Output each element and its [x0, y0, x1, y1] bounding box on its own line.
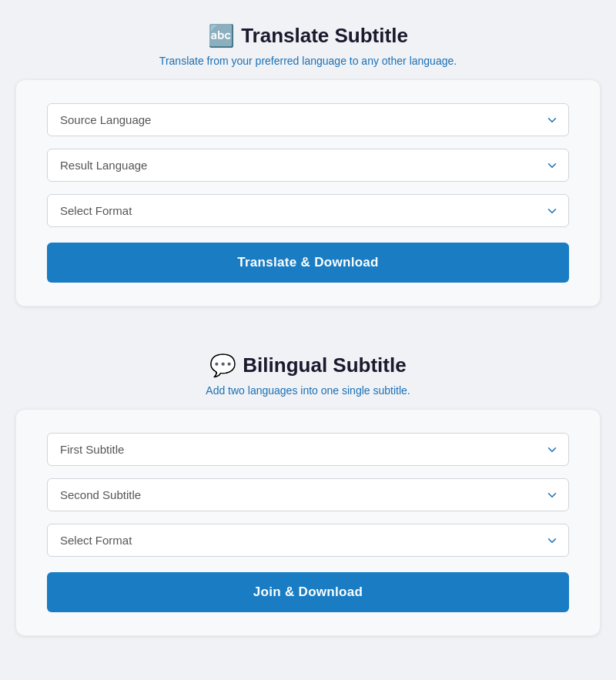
bilingual-format-wrapper: Select Format SRT VTT ASS SSA TXT: [47, 524, 569, 557]
join-download-button[interactable]: Join & Download: [47, 572, 569, 612]
bilingual-card: First Subtitle English Spanish French Ge…: [15, 409, 601, 636]
bilingual-subtitle-text: Add two languages into one single subtit…: [15, 384, 601, 397]
second-subtitle-select[interactable]: Second Subtitle English Spanish French G…: [47, 478, 569, 511]
page-container: 🔤 Translate Subtitle Translate from your…: [0, 0, 616, 680]
second-subtitle-wrapper: Second Subtitle English Spanish French G…: [47, 478, 569, 511]
source-language-wrapper: Source Language English Spanish French G…: [47, 103, 569, 136]
translate-title-text: Translate Subtitle: [241, 24, 408, 48]
translate-section-header: 🔤 Translate Subtitle Translate from your…: [15, 23, 601, 67]
translate-subtitle-text: Translate from your preferred language t…: [15, 55, 601, 67]
translate-format-wrapper: Select Format SRT VTT ASS SSA TXT: [47, 194, 569, 227]
translate-download-button[interactable]: Translate & Download: [47, 243, 569, 283]
translate-section: 🔤 Translate Subtitle Translate from your…: [15, 23, 601, 307]
bilingual-format-select[interactable]: Select Format SRT VTT ASS SSA TXT: [47, 524, 569, 557]
translate-format-select[interactable]: Select Format SRT VTT ASS SSA TXT: [47, 194, 569, 227]
translate-card: Source Language English Spanish French G…: [15, 79, 601, 307]
translate-section-title: 🔤 Translate Subtitle: [15, 23, 601, 49]
bilingual-icon: 💬: [209, 353, 236, 378]
bilingual-section-header: 💬 Bilingual Subtitle Add two languages i…: [15, 353, 601, 397]
result-language-select[interactable]: Result Language English Spanish French G…: [47, 149, 569, 182]
bilingual-title-text: Bilingual Subtitle: [243, 353, 406, 377]
result-language-wrapper: Result Language English Spanish French G…: [47, 149, 569, 182]
translate-icon: 🔤: [208, 23, 235, 49]
section-spacer: [15, 337, 601, 353]
first-subtitle-wrapper: First Subtitle English Spanish French Ge…: [47, 433, 569, 466]
bilingual-section-title: 💬 Bilingual Subtitle: [15, 353, 601, 378]
source-language-select[interactable]: Source Language English Spanish French G…: [47, 103, 569, 136]
bilingual-section: 💬 Bilingual Subtitle Add two languages i…: [15, 353, 601, 636]
first-subtitle-select[interactable]: First Subtitle English Spanish French Ge…: [47, 433, 569, 466]
